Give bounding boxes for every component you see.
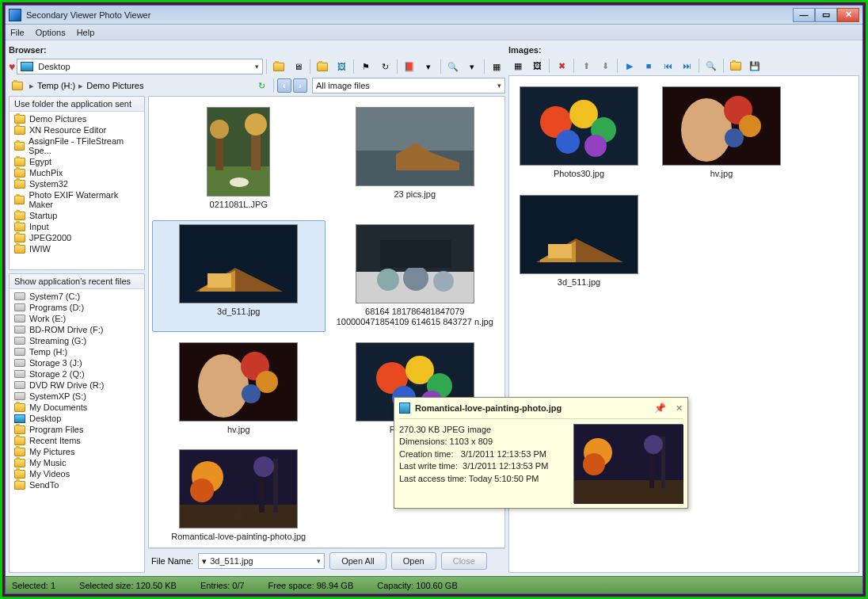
folder-item[interactable]: MuchPix [10, 167, 144, 178]
svg-point-61 [644, 435, 663, 454]
path-seg-1[interactable]: Temp (H:) [37, 81, 75, 90]
recent-item[interactable]: System7 (C:) [10, 291, 144, 302]
recent-item[interactable]: Program Files [10, 424, 144, 435]
folder-item[interactable]: XN Resource Editor [10, 124, 144, 135]
nav-forward-button[interactable]: › [293, 78, 307, 93]
svg-rect-54 [548, 244, 572, 258]
thumbnail-item[interactable]: 0211081L.JPG [152, 103, 326, 214]
recent-item[interactable]: Temp (H:) [10, 346, 144, 357]
thumbnail-image [179, 342, 298, 422]
recent-item[interactable]: My Pictures [10, 446, 144, 457]
picture-view-icon[interactable]: 🖼 [528, 57, 546, 74]
path-seg-2[interactable]: Demo Pictures [86, 81, 143, 90]
recent-item[interactable]: My Documents [10, 402, 144, 413]
thumbnail-item[interactable]: Romantical-love-painting-photo.jpg [152, 445, 326, 546]
folder-item[interactable]: Photo EXIF Watermark Maker [10, 189, 144, 210]
location-combo[interactable]: Desktop ▾ [17, 59, 263, 74]
status-capacity: Capacity: 100.60 GB [377, 581, 458, 590]
tooltip-close-icon[interactable]: ✕ [676, 403, 683, 414]
recent-item[interactable]: My Music [10, 457, 144, 468]
image-item[interactable]: Photos30.jpg [516, 82, 642, 183]
recent-item[interactable]: Storage 3 (J:) [10, 357, 144, 368]
delete-icon[interactable]: ✖ [553, 57, 570, 74]
folder-icon [14, 425, 25, 434]
pin-icon[interactable]: 📌 [654, 403, 666, 414]
minimize-button[interactable]: ― [793, 8, 815, 22]
file-name-combo[interactable]: ▾ 3d_511.jpg ▾ [198, 553, 325, 569]
last-icon[interactable]: ⏭ [678, 57, 695, 74]
recent-item[interactable]: Desktop [10, 413, 144, 424]
close-button[interactable]: ✕ [837, 8, 859, 22]
thumbnail-item[interactable]: hv.jpg [152, 338, 326, 439]
recent-label: SystemXP (S:) [29, 391, 86, 401]
recent-label: Desktop [29, 414, 61, 423]
folder-item[interactable]: Input [10, 221, 144, 232]
thumbnail-item[interactable]: 3d_511.jpg [152, 220, 326, 331]
thumbnail-image [179, 224, 298, 303]
thumbnail-image [356, 107, 474, 186]
folder-item[interactable]: IWIW [10, 243, 144, 254]
folder-item[interactable]: Startup [10, 210, 144, 221]
folder-item[interactable]: Demo Pictures [10, 113, 144, 124]
recent-item[interactable]: Streaming (G:) [10, 335, 144, 346]
folder-root-icon[interactable] [9, 77, 26, 94]
recent-label: My Pictures [29, 447, 74, 456]
picture-icon[interactable]: 🖼 [333, 58, 350, 75]
book-icon[interactable]: 📕 [401, 58, 418, 75]
play-icon[interactable]: ▶ [621, 57, 638, 74]
dropdown2-icon[interactable]: ▾ [463, 58, 481, 75]
recent-item[interactable]: Storage 2 (Q:) [10, 368, 144, 380]
grid-view-icon[interactable]: ▦ [509, 57, 527, 74]
menu-file[interactable]: File [10, 28, 25, 37]
search-icon[interactable]: 🔍 [702, 57, 720, 74]
recent-label: BD-ROM Drive (F:) [29, 325, 104, 334]
maximize-button[interactable]: ▭ [815, 8, 837, 22]
nav-back-button[interactable]: ‹ [277, 78, 291, 93]
filter-text: All image files [316, 81, 370, 90]
save-icon[interactable]: 💾 [746, 57, 763, 74]
filter-combo[interactable]: All image files ▾ [312, 78, 505, 93]
folder-open-icon[interactable] [727, 57, 744, 74]
tooltip-preview [573, 424, 683, 503]
view-icon[interactable]: ▦ [488, 58, 505, 75]
first-icon[interactable]: ⏮ [659, 57, 676, 74]
computer-icon[interactable]: 🖥 [289, 58, 306, 75]
recent-item[interactable]: SendTo [10, 479, 144, 490]
thumbnail-item[interactable]: 23 pics.jpg [329, 103, 502, 214]
folder-up-icon[interactable] [314, 58, 331, 75]
stop-icon[interactable]: ■ [640, 57, 657, 74]
folder-item[interactable]: AssignFile - TFileStream Spe... [10, 135, 144, 156]
recent-item[interactable]: BD-ROM Drive (F:) [10, 324, 144, 335]
open-folder-icon[interactable] [270, 58, 287, 75]
menu-help[interactable]: Help [77, 28, 95, 37]
dropdown-icon[interactable]: ▾ [420, 58, 437, 75]
open-all-button[interactable]: Open All [329, 552, 386, 570]
recent-item[interactable]: Work (E:) [10, 313, 144, 324]
move-up-icon[interactable]: ⬆ [577, 57, 595, 74]
move-down-icon[interactable]: ⬇ [596, 57, 614, 74]
recent-label: Storage 2 (Q:) [29, 369, 85, 379]
recent-label: My Videos [29, 469, 70, 479]
folder-item[interactable]: System32 [10, 178, 144, 189]
recent-item[interactable]: DVD RW Drive (R:) [10, 380, 144, 391]
image-item[interactable]: 3d_511.jpg [516, 191, 642, 292]
recent-item[interactable]: Programs (D:) [10, 302, 144, 313]
zoom-icon[interactable]: 🔍 [444, 58, 462, 75]
folder-item[interactable]: JPEG2000 [10, 232, 144, 243]
open-button[interactable]: Open [391, 552, 436, 570]
recent-header: Show application's recent files [10, 274, 144, 289]
flag-icon[interactable]: ⚑ [357, 58, 375, 75]
drive-icon [14, 359, 25, 367]
folder-item[interactable]: Egypt [10, 156, 144, 167]
favorite-icon[interactable]: ♥ [9, 60, 15, 73]
image-item[interactable]: hv.jpg [658, 82, 785, 183]
refresh-icon[interactable]: ↻ [253, 77, 270, 94]
title-bar[interactable]: Secondary Viewer Photo Viewer ― ▭ ✕ [6, 6, 862, 25]
refresh-dark-icon[interactable]: ↻ [376, 58, 394, 75]
thumbnail-item[interactable]: 68164 181786481847079 100000471854109 61… [329, 220, 502, 331]
close-file-button[interactable]: Close [441, 552, 487, 570]
recent-item[interactable]: Recent Items [10, 435, 144, 446]
recent-item[interactable]: SystemXP (S:) [10, 391, 144, 402]
recent-item[interactable]: My Videos [10, 468, 144, 479]
menu-options[interactable]: Options [36, 28, 66, 37]
